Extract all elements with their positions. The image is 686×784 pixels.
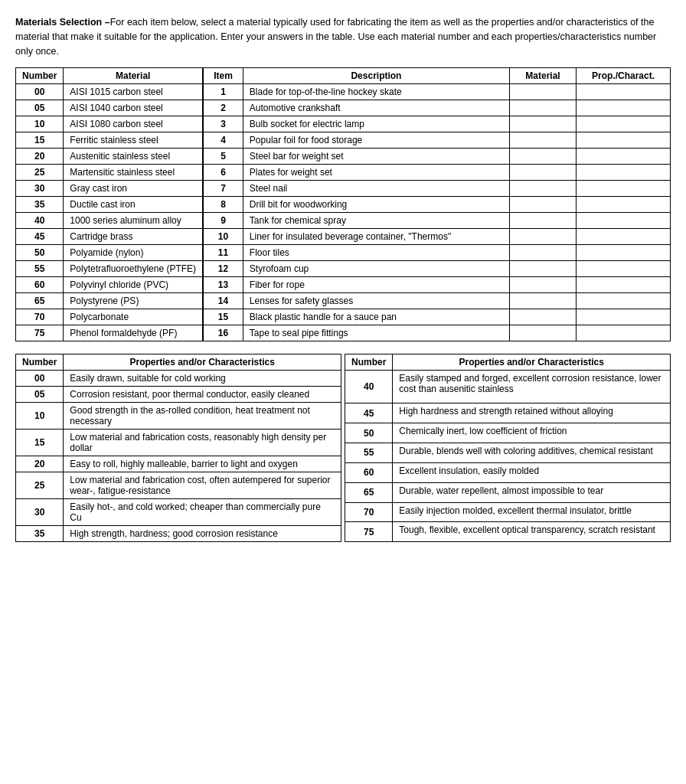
props-description: Durable, blends well with coloring addit… bbox=[393, 443, 671, 463]
material-row: 15Ferritic stainless steel bbox=[16, 132, 203, 149]
item-material-answer bbox=[510, 293, 577, 309]
item-prop-answer bbox=[576, 229, 670, 245]
props-number: 35 bbox=[16, 526, 64, 542]
instructions-text: For each item below, select a material t… bbox=[15, 17, 656, 57]
material-name: Polyamide (nylon) bbox=[64, 245, 203, 261]
item-material-answer bbox=[510, 116, 577, 132]
item-number: 8 bbox=[204, 197, 243, 213]
item-row: 14Lenses for safety glasses bbox=[204, 293, 671, 309]
material-name: Polycarbonate bbox=[64, 309, 203, 325]
material-number: 65 bbox=[16, 293, 64, 309]
props-right-row: 50Chemically inert, low coefficient of f… bbox=[345, 423, 671, 443]
props-number: 60 bbox=[345, 462, 393, 482]
item-number: 13 bbox=[204, 277, 243, 293]
item-description: Popular foil for food storage bbox=[243, 132, 509, 149]
item-description: Steel nail bbox=[243, 181, 509, 197]
item-prop-answer bbox=[576, 149, 670, 165]
material-row: 00AISI 1015 carbon steel bbox=[16, 84, 203, 100]
props-number: 70 bbox=[345, 502, 393, 522]
material-row: 65Polystyrene (PS) bbox=[16, 293, 203, 309]
items-header-material: Material bbox=[510, 68, 577, 84]
material-name: Polystyrene (PS) bbox=[64, 293, 203, 309]
props-number: 65 bbox=[345, 482, 393, 502]
item-description: Styrofoam cup bbox=[243, 261, 509, 277]
material-number: 50 bbox=[16, 245, 64, 261]
item-row: 9Tank for chemical spray bbox=[204, 213, 671, 229]
material-name: Ductile cast iron bbox=[64, 197, 203, 213]
material-name: Austenitic stainless steel bbox=[64, 149, 203, 165]
top-section: Number Material 00AISI 1015 carbon steel… bbox=[15, 67, 671, 341]
material-name: Polyvinyl chloride (PVC) bbox=[64, 277, 203, 293]
material-number: 20 bbox=[16, 149, 64, 165]
instructions-label: Materials Selection – bbox=[15, 17, 110, 28]
bottom-section: Number Properties and/or Characteristics… bbox=[15, 354, 671, 542]
props-number: 05 bbox=[16, 387, 64, 403]
item-row: 7Steel nail bbox=[204, 181, 671, 197]
item-number: 1 bbox=[204, 84, 243, 100]
item-description: Plates for weight set bbox=[243, 165, 509, 181]
item-prop-answer bbox=[576, 325, 670, 341]
item-material-answer bbox=[510, 245, 577, 261]
material-number: 45 bbox=[16, 229, 64, 245]
props-number: 25 bbox=[16, 472, 64, 499]
materials-header-number: Number bbox=[16, 68, 64, 84]
material-name: AISI 1015 carbon steel bbox=[64, 84, 203, 100]
props-number: 30 bbox=[16, 499, 64, 526]
items-header-prop: Prop./Charact. bbox=[576, 68, 670, 84]
props-left-header-number: Number bbox=[16, 354, 64, 371]
props-right-header-number: Number bbox=[345, 354, 393, 371]
material-row: 35Ductile cast iron bbox=[16, 197, 203, 213]
item-description: Lenses for safety glasses bbox=[243, 293, 509, 309]
props-description: Excellent insulation, easily molded bbox=[393, 462, 671, 482]
item-description: Blade for top-of-the-line hockey skate bbox=[243, 84, 509, 100]
item-material-answer bbox=[510, 149, 577, 165]
item-description: Steel bar for weight set bbox=[243, 149, 509, 165]
props-right-row: 65Durable, water repellent, almost impos… bbox=[345, 482, 671, 502]
props-description: Easily hot-, and cold worked; cheaper th… bbox=[64, 499, 341, 526]
props-description: Good strength in the as-rolled condition… bbox=[64, 403, 341, 430]
item-number: 10 bbox=[204, 229, 243, 245]
item-prop-answer bbox=[576, 84, 670, 100]
props-right-row: 75Tough, flexible, excellent optical tra… bbox=[345, 522, 671, 542]
props-description: Easily injection molded, excellent therm… bbox=[393, 502, 671, 522]
material-number: 70 bbox=[16, 309, 64, 325]
item-number: 9 bbox=[204, 213, 243, 229]
material-row: 401000 series aluminum alloy bbox=[16, 213, 203, 229]
item-description: Drill bit for woodworking bbox=[243, 197, 509, 213]
props-description: Low material and fabrication cost, often… bbox=[64, 472, 341, 499]
material-row: 25Martensitic stainless steel bbox=[16, 165, 203, 181]
props-left-row: 25Low material and fabrication cost, oft… bbox=[16, 472, 341, 499]
items-table: Item Description Material Prop./Charact.… bbox=[203, 67, 671, 341]
item-number: 6 bbox=[204, 165, 243, 181]
item-number: 7 bbox=[204, 181, 243, 197]
item-prop-answer bbox=[576, 309, 670, 325]
item-description: Bulb socket for electric lamp bbox=[243, 116, 509, 132]
item-number: 3 bbox=[204, 116, 243, 132]
material-name: Gray cast iron bbox=[64, 181, 203, 197]
item-row: 2Automotive crankshaft bbox=[204, 100, 671, 116]
item-description: Floor tiles bbox=[243, 245, 509, 261]
material-number: 40 bbox=[16, 213, 64, 229]
item-material-answer bbox=[510, 229, 577, 245]
material-row: 30Gray cast iron bbox=[16, 181, 203, 197]
item-number: 12 bbox=[204, 261, 243, 277]
material-row: 75Phenol formaldehyde (PF) bbox=[16, 325, 203, 341]
item-material-answer bbox=[510, 277, 577, 293]
item-row: 1Blade for top-of-the-line hockey skate bbox=[204, 84, 671, 100]
item-number: 5 bbox=[204, 149, 243, 165]
props-number: 75 bbox=[345, 522, 393, 542]
material-name: Martensitic stainless steel bbox=[64, 165, 203, 181]
material-name: Ferritic stainless steel bbox=[64, 132, 203, 149]
props-number: 15 bbox=[16, 430, 64, 456]
item-prop-answer bbox=[576, 197, 670, 213]
item-prop-answer bbox=[576, 132, 670, 149]
props-description: Corrosion resistant, poor thermal conduc… bbox=[64, 387, 341, 403]
material-name: AISI 1040 carbon steel bbox=[64, 100, 203, 116]
material-number: 75 bbox=[16, 325, 64, 341]
props-description: Low material and fabrication costs, reas… bbox=[64, 430, 341, 456]
item-description: Fiber for rope bbox=[243, 277, 509, 293]
props-number: 10 bbox=[16, 403, 64, 430]
item-prop-answer bbox=[576, 213, 670, 229]
item-prop-answer bbox=[576, 293, 670, 309]
material-row: 70Polycarbonate bbox=[16, 309, 203, 325]
